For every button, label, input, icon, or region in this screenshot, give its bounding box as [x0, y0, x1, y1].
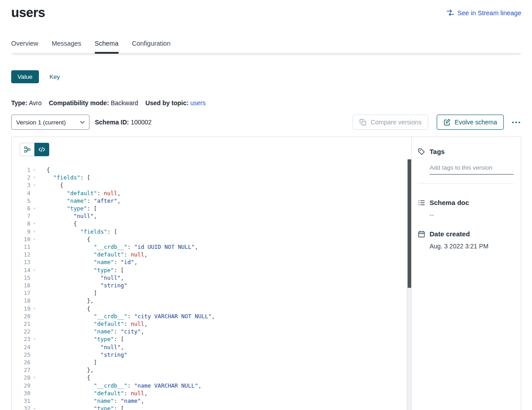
- fold-spacer: [30, 258, 38, 266]
- code-text: ]: [38, 359, 97, 366]
- add-tags-input[interactable]: [430, 162, 514, 175]
- compare-versions-icon: [359, 119, 366, 126]
- line-number: 14: [14, 266, 30, 274]
- code-text: "type": [: [38, 405, 124, 410]
- evolve-schema-button[interactable]: Evolve schema: [437, 115, 504, 130]
- line-number: 15: [14, 274, 30, 282]
- fold-toggle-icon[interactable]: ▾: [30, 335, 38, 343]
- key-toggle-button[interactable]: Key: [43, 70, 66, 83]
- more-actions-button[interactable]: [511, 120, 521, 125]
- fold-spacer: [30, 366, 38, 374]
- compare-versions-button[interactable]: Compare versions: [353, 115, 428, 130]
- topic-link[interactable]: users: [190, 99, 205, 107]
- line-number: 23: [14, 335, 30, 343]
- fold-toggle-icon[interactable]: ▾: [30, 174, 38, 181]
- meta-topic-label: Used by topic:: [145, 99, 188, 107]
- line-number: 10: [14, 235, 30, 243]
- fold-toggle-icon[interactable]: ▾: [30, 305, 38, 312]
- fold-toggle-icon[interactable]: ▾: [30, 220, 38, 227]
- fold-spacer: [30, 189, 38, 197]
- code-lines: 1▾{2▾ "fields": [3▾ {4 "default": null,5…: [14, 166, 411, 410]
- editor-scrollbar[interactable]: [407, 159, 411, 410]
- line-number: 13: [14, 258, 30, 266]
- code-text: "__crdb__": "city VARCHAR NOT NULL",: [38, 312, 215, 320]
- code-text: {: [38, 220, 77, 227]
- version-select-value: Version 1 (current): [16, 119, 66, 126]
- code-text: "fields": [: [38, 174, 90, 181]
- fold-toggle-icon[interactable]: ▾: [30, 405, 38, 410]
- code-text: "type": [: [38, 266, 124, 274]
- fold-spacer: [30, 312, 38, 320]
- value-toggle-button[interactable]: Value: [11, 70, 39, 83]
- fold-toggle-icon[interactable]: ▾: [30, 266, 38, 274]
- evolve-schema-icon: [443, 119, 451, 126]
- line-number: 19: [14, 305, 30, 312]
- code-text: {: [38, 166, 50, 174]
- code-line: 11 "__crdb__": "id UUID NOT NULL",: [14, 243, 411, 251]
- tree-view-button[interactable]: [20, 143, 34, 156]
- code-line: 31 "name": "name",: [14, 397, 411, 405]
- code-view-button[interactable]: [34, 143, 49, 156]
- code-line: 2▾ "fields": [: [14, 174, 411, 181]
- version-select[interactable]: Version 1 (current): [11, 115, 89, 130]
- code-line: 18 },: [14, 297, 411, 304]
- code-line: 15 "null",: [14, 274, 411, 282]
- schema-meta: Type: Avro Compatibility mode: Backward …: [11, 99, 521, 107]
- line-number: 31: [14, 397, 30, 405]
- code-text: "default": null,: [38, 251, 148, 258]
- tab-schema[interactable]: Schema: [95, 40, 119, 53]
- code-line: 32▾ "type": [: [14, 405, 411, 410]
- code-text: "fields": [: [38, 228, 117, 235]
- fold-toggle-icon[interactable]: ▾: [30, 205, 38, 212]
- stream-lineage-link[interactable]: See in Stream lineage: [447, 9, 521, 17]
- line-number: 12: [14, 251, 30, 258]
- line-number: 27: [14, 366, 30, 374]
- code-text: "default": null,: [38, 320, 148, 328]
- tab-messages[interactable]: Messages: [51, 40, 81, 53]
- line-number: 9: [14, 228, 30, 235]
- line-number: 6: [14, 205, 30, 212]
- tab-bar: OverviewMessagesSchemaConfiguration: [11, 40, 521, 54]
- code-text: "__crdb__": "id UUID NOT NULL",: [38, 243, 198, 251]
- fold-toggle-icon[interactable]: ▾: [30, 166, 38, 174]
- date-created-section: Date created Aug. 3 2022 3:21 PM: [418, 230, 514, 250]
- stream-lineage-icon: [447, 9, 454, 17]
- code-line: 9▾ "fields": [: [14, 228, 411, 235]
- schema-panel: 1▾{2▾ "fields": [3▾ {4 "default": null,5…: [11, 137, 521, 410]
- line-number: 22: [14, 328, 30, 335]
- code-line: 16 "string": [14, 282, 411, 289]
- code-text: },: [38, 366, 94, 374]
- code-line: 26 ]: [14, 359, 411, 366]
- schema-id: Schema ID: 100002: [95, 119, 152, 126]
- line-number: 32: [14, 405, 30, 410]
- code-text: {: [38, 374, 90, 381]
- tab-configuration[interactable]: Configuration: [132, 40, 170, 53]
- meta-compatibility: Compatibility mode: Backward: [49, 99, 138, 107]
- toolbar-actions: Compare versions Evolve schema: [353, 115, 521, 130]
- code-line: 1▾{: [14, 166, 411, 174]
- page-header: users See in Stream lineage: [11, 4, 521, 20]
- line-number: 20: [14, 312, 30, 320]
- line-number: 16: [14, 282, 30, 289]
- code-text: ]: [38, 289, 97, 297]
- line-number: 18: [14, 297, 30, 304]
- code-text: "name": "id",: [38, 258, 137, 266]
- fold-toggle-icon[interactable]: ▾: [30, 228, 38, 235]
- fold-toggle-icon[interactable]: ▾: [30, 235, 38, 243]
- fold-spacer: [30, 359, 38, 366]
- editor-scrollbar-thumb[interactable]: [408, 159, 411, 288]
- code-text: "string": [38, 282, 128, 289]
- fold-spacer: [30, 343, 38, 351]
- schema-id-value: 100002: [131, 119, 152, 126]
- fold-spacer: [30, 212, 38, 220]
- fold-spacer: [30, 282, 38, 289]
- tab-overview[interactable]: Overview: [11, 40, 38, 53]
- fold-spacer: [30, 389, 38, 397]
- code-line: 25 "string": [14, 351, 411, 359]
- line-number: 28: [14, 374, 30, 381]
- fold-toggle-icon[interactable]: ▾: [30, 374, 38, 381]
- fold-toggle-icon[interactable]: ▾: [30, 181, 38, 189]
- fold-spacer: [30, 297, 38, 304]
- code-text: {: [38, 181, 64, 189]
- code-text: "name": "city",: [38, 328, 144, 335]
